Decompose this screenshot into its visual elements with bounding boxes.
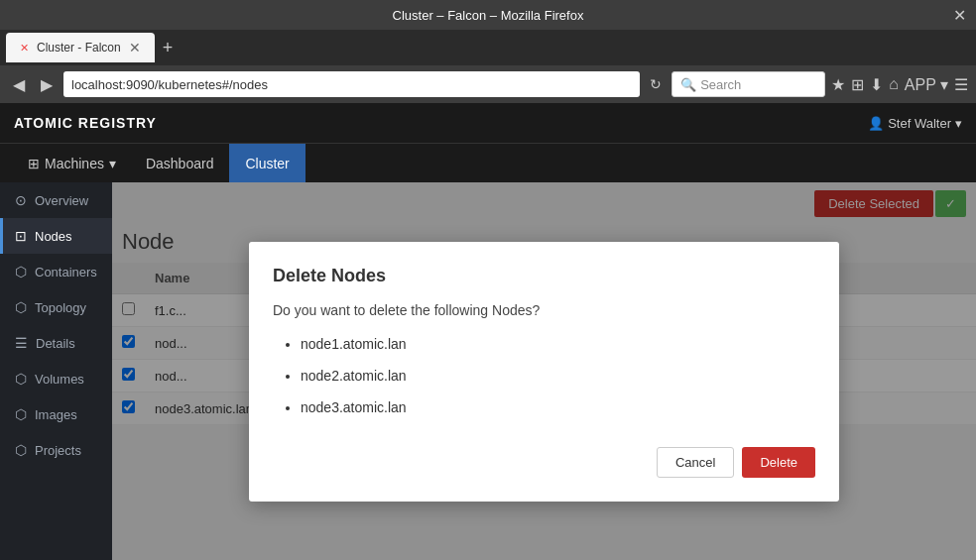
- sidebar-details-label: Details: [36, 336, 75, 351]
- modal-body: Do you want to delete the following Node…: [273, 302, 815, 423]
- history-icon[interactable]: ⊞: [851, 75, 864, 94]
- modal-node-list: node1.atomic.lan node2.atomic.lan node3.…: [301, 328, 815, 423]
- modal-title: Delete Nodes: [273, 266, 815, 286]
- nav-dashboard[interactable]: Dashboard: [130, 144, 230, 183]
- sidebar: ⊙ Overview ⊡ Nodes ⬡ Containers ⬡ Topolo…: [0, 182, 112, 560]
- reload-button[interactable]: ↻: [646, 74, 666, 94]
- sidebar-item-volumes[interactable]: ⬡ Volumes: [0, 361, 112, 396]
- browser-icon-group: ★ ⊞ ⬇ ⌂ APP ▾ ☰: [831, 75, 968, 94]
- nav-cluster[interactable]: Cluster: [229, 144, 305, 183]
- sidebar-images-label: Images: [35, 407, 77, 422]
- sidebar-item-topology[interactable]: ⬡ Topology: [0, 289, 112, 325]
- overview-icon: ⊙: [15, 192, 27, 208]
- topology-icon: ⬡: [15, 299, 27, 315]
- content-area: Delete Selected ✓ Node Name Host Status …: [112, 182, 976, 560]
- address-bar[interactable]: localhost:9090/kubernetes#/nodes: [63, 71, 640, 97]
- back-button[interactable]: ◀: [8, 73, 30, 96]
- browser-titlebar: Cluster – Falcon – Mozilla Firefox ✕: [0, 0, 976, 30]
- cluster-label: Cluster: [245, 156, 289, 171]
- containers-icon: ⬡: [15, 264, 27, 280]
- list-item: node2.atomic.lan: [301, 360, 815, 392]
- app-nav: ⊞ Machines ▾ Dashboard Cluster: [0, 143, 976, 182]
- sidebar-item-details[interactable]: ☰ Details: [0, 325, 112, 361]
- sidebar-item-overview[interactable]: ⊙ Overview: [0, 182, 112, 218]
- user-icon: 👤: [868, 116, 884, 131]
- tab-label: Cluster - Falcon: [37, 41, 121, 55]
- app-header: ATOMIC REGISTRY 👤 Stef Walter ▾: [0, 103, 976, 143]
- modal-question: Do you want to delete the following Node…: [273, 302, 540, 318]
- bookmark-icon[interactable]: ★: [831, 75, 845, 94]
- machines-arrow-icon: ▾: [109, 156, 116, 171]
- main-layout: ⊙ Overview ⊡ Nodes ⬡ Containers ⬡ Topolo…: [0, 182, 976, 560]
- sidebar-volumes-label: Volumes: [35, 372, 84, 387]
- sidebar-item-images[interactable]: ⬡ Images: [0, 396, 112, 432]
- address-url: localhost:9090/kubernetes#/nodes: [71, 77, 268, 92]
- sidebar-projects-label: Projects: [35, 443, 81, 458]
- volumes-icon: ⬡: [15, 371, 27, 387]
- sidebar-nodes-label: Nodes: [35, 229, 72, 244]
- menu-icon[interactable]: ☰: [954, 75, 968, 94]
- modal-overlay: Delete Nodes Do you want to delete the f…: [112, 182, 976, 560]
- cancel-button[interactable]: Cancel: [657, 447, 734, 478]
- details-icon: ☰: [15, 335, 28, 351]
- modal-footer: Cancel Delete: [273, 447, 815, 478]
- download-icon[interactable]: ⬇: [870, 75, 883, 94]
- machines-grid-icon: ⊞: [28, 156, 40, 171]
- user-label: Stef Walter: [888, 116, 951, 131]
- tab-favicon-icon: ✕: [20, 42, 29, 55]
- machines-label: Machines: [45, 156, 104, 171]
- search-placeholder: Search: [700, 77, 741, 92]
- dashboard-label: Dashboard: [146, 156, 214, 171]
- browser-search-box[interactable]: 🔍 Search: [671, 71, 825, 97]
- sidebar-item-containers[interactable]: ⬡ Containers: [0, 254, 112, 289]
- sidebar-containers-label: Containers: [35, 265, 97, 280]
- projects-icon: ⬡: [15, 442, 27, 458]
- delete-nodes-modal: Delete Nodes Do you want to delete the f…: [249, 242, 839, 502]
- browser-tabs: ✕ Cluster - Falcon ✕ +: [0, 30, 976, 65]
- forward-button[interactable]: ▶: [36, 73, 58, 96]
- user-dropdown-icon: ▾: [955, 116, 962, 131]
- new-tab-icon[interactable]: +: [163, 38, 174, 58]
- sidebar-item-nodes[interactable]: ⊡ Nodes: [0, 218, 112, 254]
- browser-addressbar: ◀ ▶ localhost:9090/kubernetes#/nodes ↻ 🔍…: [0, 65, 976, 103]
- browser-title: Cluster – Falcon – Mozilla Firefox: [393, 8, 584, 23]
- delete-button[interactable]: Delete: [742, 447, 815, 478]
- sidebar-overview-label: Overview: [35, 193, 88, 208]
- search-icon: 🔍: [680, 77, 696, 92]
- profile-icon[interactable]: APP ▾: [905, 75, 948, 94]
- nodes-icon: ⊡: [15, 228, 27, 244]
- nav-machines[interactable]: ⊞ Machines ▾: [14, 146, 130, 181]
- sidebar-item-projects[interactable]: ⬡ Projects: [0, 432, 112, 468]
- images-icon: ⬡: [15, 406, 27, 422]
- browser-tab-active[interactable]: ✕ Cluster - Falcon ✕: [6, 33, 155, 62]
- list-item: node1.atomic.lan: [301, 328, 815, 360]
- tab-close-icon[interactable]: ✕: [129, 40, 141, 56]
- browser-close-icon[interactable]: ✕: [953, 6, 966, 25]
- home-icon[interactable]: ⌂: [889, 75, 899, 93]
- sidebar-topology-label: Topology: [35, 300, 86, 315]
- list-item: node3.atomic.lan: [301, 392, 815, 423]
- user-menu[interactable]: 👤 Stef Walter ▾: [868, 116, 962, 131]
- app-title: ATOMIC REGISTRY: [14, 115, 157, 131]
